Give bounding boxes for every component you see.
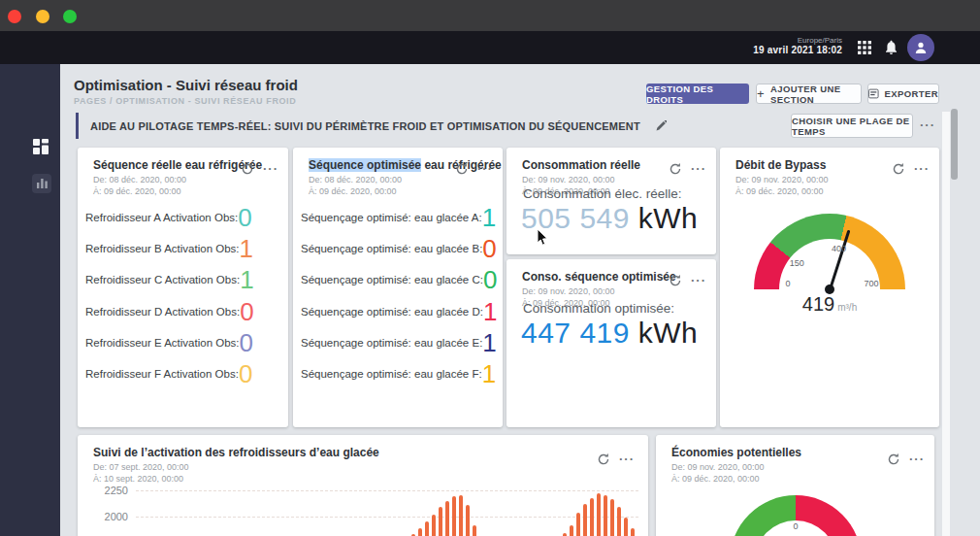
date-to: À: 09 déc. 2020, 00:00 xyxy=(309,185,402,197)
date-to: À: 09 déc. 2020, 00:00 xyxy=(735,185,828,197)
sequence-row: Séquençage optimisé: eau glacée A:1 xyxy=(301,202,503,233)
timezone-label: Europe/Paris xyxy=(726,36,842,45)
scrollbar-track[interactable] xyxy=(942,112,950,536)
date-from: De: 09 nov. 2020, 00:00 xyxy=(671,461,764,473)
card-date-range: De: 09 nov. 2020, 00:00 À: 09 déc. 2020,… xyxy=(735,174,828,197)
sequence-row: Refroidisseur A Activation Obs:0 xyxy=(85,202,288,233)
chart-bar xyxy=(445,501,449,536)
chart-bar xyxy=(432,515,436,536)
sequence-row: Refroidisseur E Activation Obs:0 xyxy=(85,327,288,358)
value-unit: kWh xyxy=(638,202,699,234)
chart-bar xyxy=(466,505,470,536)
chart-bar xyxy=(590,498,594,536)
window-titlebar xyxy=(0,0,980,31)
choose-time-range-button[interactable]: CHOISIR UNE PLAGE DE TEMPS xyxy=(791,114,913,138)
card-title: Débit de Bypass xyxy=(735,158,826,172)
value-number: 447 419 xyxy=(521,317,630,349)
minimize-window-button[interactable] xyxy=(36,10,49,23)
scrollbar-thumb[interactable] xyxy=(951,109,958,180)
chart-bar xyxy=(439,507,442,536)
sidebar-item-dashboard[interactable] xyxy=(33,139,49,154)
chart-bar xyxy=(617,507,621,536)
card-more-menu[interactable]: ··· xyxy=(477,164,493,174)
close-window-button[interactable] xyxy=(8,10,21,23)
bypass-value: 419m³/h xyxy=(754,293,905,316)
export-label: EXPORTER xyxy=(885,88,938,99)
card-more-menu[interactable]: ··· xyxy=(263,164,278,174)
card-potential-savings: Économies potentielles De: 09 nov. 2020,… xyxy=(656,435,934,536)
chart-bar xyxy=(570,525,573,536)
card-title: Séquence réelle eau réfrigérée xyxy=(93,158,262,172)
manage-rights-label: GESTION DES DROITS xyxy=(646,84,749,105)
card-more-menu[interactable]: ··· xyxy=(691,164,706,174)
sequence-row-label: Séquençage optimisé: eau glacée F: xyxy=(301,368,482,380)
gauge-tick: 400 xyxy=(832,244,846,253)
card-title: Conso. séquence optimisée xyxy=(522,270,676,284)
sequence-row-label: Refroidisseur C Activation Obs: xyxy=(85,274,240,285)
value-unit: kWh xyxy=(638,317,699,349)
left-sidebar xyxy=(0,64,60,536)
card-chillers-activation-chart: Suivi de l’activation des refroidisseurs… xyxy=(78,435,648,536)
date-from: De: 09 nov. 2020, 00:00 xyxy=(522,174,614,185)
refresh-icon[interactable] xyxy=(669,274,682,287)
refresh-icon[interactable] xyxy=(455,162,469,176)
plus-icon: + xyxy=(757,89,765,99)
chart-bar xyxy=(604,495,607,536)
add-section-button[interactable]: + AJOUTER UNE SECTION xyxy=(756,84,862,104)
zoom-window-button[interactable] xyxy=(63,10,77,23)
savings-gauge: 0 xyxy=(730,495,862,536)
sequence-row-value: 1 xyxy=(240,236,253,261)
sequence-row-value: 0 xyxy=(240,330,253,355)
datetime-label: 19 avril 2021 18:02 xyxy=(726,45,842,55)
consumption-value: 447 419 kWh xyxy=(521,317,698,350)
sequence-row-label: Refroidisseur B Activation Obs: xyxy=(85,243,240,254)
card-title: Consommation réelle xyxy=(522,158,640,172)
date-from: De: 08 déc. 2020, 00:00 xyxy=(309,174,402,185)
gauge-tick-zero: 0 xyxy=(793,521,798,531)
card-date-range: De: 08 déc. 2020, 00:00 À: 09 déc. 2020,… xyxy=(309,174,402,197)
bar-chart-icon xyxy=(37,179,48,188)
apps-grid-icon[interactable] xyxy=(858,41,871,54)
sequence-rows: Refroidisseur A Activation Obs:0Refroidi… xyxy=(85,202,288,389)
sequence-row-value: 1 xyxy=(482,361,496,386)
choose-time-range-label: CHOISIR UNE PLAGE DE TEMPS xyxy=(792,116,912,137)
refresh-icon[interactable] xyxy=(241,162,254,176)
sequence-row: Séquençage optimisé: eau glacée C:0 xyxy=(301,264,503,295)
sequence-row: Refroidisseur F Activation Obs:0 xyxy=(85,358,288,389)
chart-bar xyxy=(459,495,463,536)
chart-bar xyxy=(624,518,628,536)
mouse-cursor xyxy=(537,228,549,247)
sequence-row-label: Refroidisseur E Activation Obs: xyxy=(85,337,240,349)
card-date-range: De: 09 nov. 2020, 00:00 À: 09 déc. 2020,… xyxy=(671,461,764,485)
refresh-icon[interactable] xyxy=(887,452,900,466)
card-more-menu[interactable]: ··· xyxy=(914,164,930,174)
chart-bar xyxy=(631,528,635,536)
gauge-tick: 0 xyxy=(785,279,790,288)
sequence-row-label: Refroidisseur D Activation Obs: xyxy=(85,306,240,318)
card-real-sequence: Séquence réelle eau réfrigérée De: 08 dé… xyxy=(78,148,288,427)
sidebar-item-analytics[interactable] xyxy=(32,174,51,193)
page-title: Optimisation - Suivi réseau froid xyxy=(74,77,298,93)
refresh-icon[interactable] xyxy=(892,162,905,176)
card-more-menu[interactable]: ··· xyxy=(691,276,706,285)
notifications-bell-icon[interactable] xyxy=(885,40,898,55)
section-title: AIDE AU PILOTAGE TEMPS-RÉEL: SUIVI DU PÉ… xyxy=(90,120,640,132)
export-button[interactable]: EXPORTER xyxy=(867,84,939,104)
refresh-icon[interactable] xyxy=(669,162,682,176)
card-optimized-consumption: Conso. séquence optimisée De: 09 nov. 20… xyxy=(506,259,716,427)
manage-rights-button[interactable]: GESTION DES DROITS xyxy=(646,84,749,104)
gauge-tick: 150 xyxy=(790,258,804,268)
chart-gridline xyxy=(136,490,638,491)
sequence-row-value: 1 xyxy=(482,205,496,230)
chart-gridline xyxy=(136,517,638,518)
sequence-row-label: Séquençage optimisé: eau glacée D: xyxy=(301,306,483,318)
section-more-menu[interactable]: ··· xyxy=(920,120,935,130)
sequence-row-value: 0 xyxy=(239,361,252,386)
edit-section-pencil-icon[interactable] xyxy=(656,120,667,131)
bypass-gauge: 0150400700 xyxy=(754,214,905,289)
card-date-range: De: 08 déc. 2020, 00:00 À: 09 déc. 2020,… xyxy=(93,174,186,197)
card-more-menu[interactable]: ··· xyxy=(909,454,925,464)
user-avatar[interactable] xyxy=(907,34,934,61)
chart-bar xyxy=(473,525,476,536)
sequence-row: Refroidisseur C Activation Obs:1 xyxy=(85,264,288,295)
